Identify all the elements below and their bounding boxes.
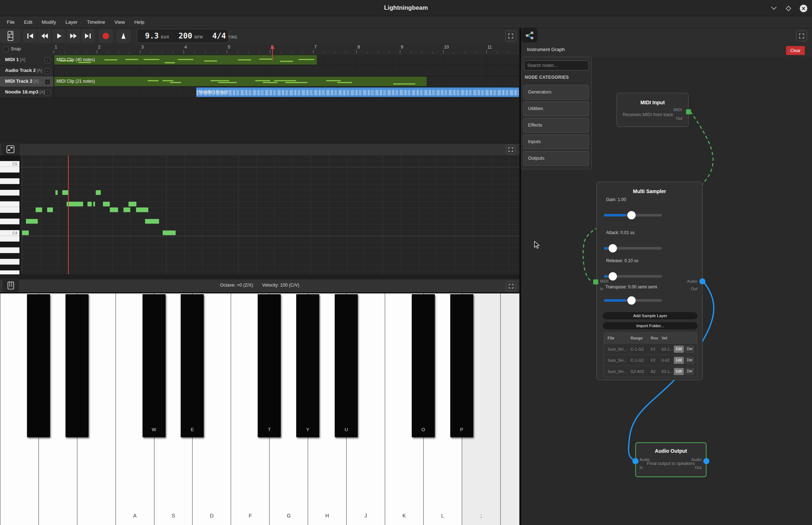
play-button[interactable] xyxy=(52,29,66,43)
midi-note[interactable] xyxy=(26,219,38,224)
piano-roll-key[interactable]: C4 xyxy=(0,230,19,236)
menu-item-help[interactable]: Help xyxy=(130,16,149,28)
piano-roll-playhead[interactable] xyxy=(68,155,69,274)
piano-roll-key[interactable] xyxy=(0,173,19,178)
midi-note[interactable] xyxy=(96,190,101,195)
record-button[interactable] xyxy=(99,29,113,43)
piano-roll-key[interactable] xyxy=(0,259,19,265)
black-key[interactable] xyxy=(27,294,50,437)
midi-note[interactable] xyxy=(67,202,83,206)
category-inputs[interactable]: Inputs xyxy=(523,134,589,149)
edit-button[interactable]: Edit xyxy=(674,346,684,353)
midi-note[interactable] xyxy=(145,219,159,224)
slider-knob[interactable] xyxy=(609,272,617,280)
fast-forward-button[interactable] xyxy=(66,29,80,43)
node-graph-canvas[interactable]: NODE CATEGORIES GeneratorsUtilitiesEffec… xyxy=(521,57,812,525)
piano-roll-key[interactable] xyxy=(0,207,19,213)
metronome-button[interactable] xyxy=(116,29,131,43)
white-key[interactable] xyxy=(500,293,519,525)
param-slider[interactable] xyxy=(604,275,662,278)
piano-roll-key[interactable] xyxy=(0,253,19,259)
piano-roll-key[interactable] xyxy=(0,167,19,173)
menu-item-edit[interactable]: Edit xyxy=(19,16,37,28)
del-button[interactable]: Del xyxy=(685,357,694,364)
track-lane[interactable] xyxy=(54,65,519,76)
midi-in-port[interactable] xyxy=(593,279,598,284)
midi-note[interactable] xyxy=(136,207,148,212)
category-effects[interactable]: Effects xyxy=(523,118,589,133)
audio-out-port[interactable] xyxy=(699,278,705,284)
black-key-Y[interactable]: Y xyxy=(296,294,319,437)
del-button[interactable]: Del xyxy=(685,346,694,353)
black-key-W[interactable]: W xyxy=(143,294,166,437)
clip-audio[interactable]: Noodle 18.mp3 xyxy=(196,87,519,97)
piano-roll[interactable]: C5C4 xyxy=(0,155,519,274)
piano-roll-key[interactable] xyxy=(0,196,19,201)
midi-note[interactable] xyxy=(55,190,58,195)
edit-button[interactable]: Edit xyxy=(674,357,684,364)
category-outputs[interactable]: Outputs xyxy=(523,151,589,166)
piano-roll-key[interactable] xyxy=(0,201,19,207)
piano-roll-key[interactable] xyxy=(0,270,19,274)
piano-roll-key[interactable] xyxy=(0,178,19,184)
piano-roll-key[interactable] xyxy=(0,236,19,242)
menu-item-file[interactable]: File xyxy=(2,16,19,28)
piano-roll-key[interactable] xyxy=(0,247,19,253)
snap-checkbox[interactable] xyxy=(3,46,9,52)
track-header-audio-track-2[interactable]: Audio Track 2[A]- xyxy=(0,65,53,76)
midi-note[interactable] xyxy=(103,202,110,206)
node-audio-output[interactable]: Audio Output Audio In Final output to sp… xyxy=(635,442,707,477)
film-reel-icon[interactable] xyxy=(0,29,21,43)
piano-roll-key[interactable] xyxy=(0,213,19,219)
clip-midi[interactable]: MIDI Clip (21 notes) xyxy=(54,77,427,86)
piano-roll-key-strip[interactable]: C5C4 xyxy=(0,155,21,274)
piano-roll-key[interactable] xyxy=(0,219,19,224)
keyboard-expand-icon[interactable] xyxy=(506,281,516,291)
piano-roll-key[interactable] xyxy=(0,242,19,247)
window-minimize-chevron-icon[interactable] xyxy=(771,6,777,11)
skip-start-button[interactable] xyxy=(23,29,37,43)
midi-note[interactable] xyxy=(47,207,53,212)
piano-roll-key[interactable]: C5 xyxy=(0,161,19,167)
midi-note[interactable] xyxy=(22,230,29,235)
black-key-P[interactable]: P xyxy=(450,294,473,437)
black-key-E[interactable]: E xyxy=(181,294,204,437)
track-lane[interactable]: Noodle 18.mp3 xyxy=(54,87,519,98)
midi-note[interactable] xyxy=(128,202,136,206)
import-folder-button[interactable]: Import Folder... xyxy=(603,322,698,329)
midi-note[interactable] xyxy=(93,202,95,206)
piano-roll-expand-icon[interactable] xyxy=(506,145,515,154)
node-graph-icon[interactable] xyxy=(522,28,537,42)
track-minus-button[interactable]: - xyxy=(45,58,50,63)
rewind-button[interactable] xyxy=(37,29,51,43)
midi-note[interactable] xyxy=(163,230,176,235)
clip-midi[interactable]: MIDI Clip (40 notes) xyxy=(54,55,317,65)
track-lane[interactable]: MIDI Clip (40 notes) xyxy=(54,55,519,65)
menu-item-modify[interactable]: Modify xyxy=(37,16,61,28)
param-slider[interactable] xyxy=(604,247,662,250)
timeline-empty-area[interactable] xyxy=(0,98,519,143)
midi-note[interactable] xyxy=(123,207,130,212)
track-header-noodle-18-mp3[interactable]: Noodle 18.mp3[A]- xyxy=(0,87,53,98)
midi-note[interactable] xyxy=(110,207,118,212)
black-key[interactable] xyxy=(66,294,89,437)
timeline-playhead[interactable] xyxy=(270,45,275,60)
node-midi-input[interactable]: MIDI Input Receives MIDI from track MIDI… xyxy=(617,93,689,127)
transpose-slider[interactable] xyxy=(604,299,662,302)
track-lane[interactable]: MIDI Clip (21 notes) xyxy=(54,76,519,87)
audio-out-port[interactable] xyxy=(703,458,709,464)
black-key-T[interactable]: T xyxy=(258,294,281,437)
slider-knob[interactable] xyxy=(609,244,617,252)
clear-button[interactable]: Clear xyxy=(786,46,805,55)
del-button[interactable]: Del xyxy=(685,368,694,375)
timeline-expand-icon[interactable] xyxy=(505,31,516,41)
tempo-display[interactable]: 9.3BAR200BPM4/4TIME xyxy=(137,29,229,43)
node-multi-sampler[interactable]: Multi Sampler Gain: 1.00Attack: 0.01 ssR… xyxy=(596,182,703,380)
add-sample-layer-button[interactable]: Add Sample Layer xyxy=(603,312,698,319)
menu-item-timeline[interactable]: Timeline xyxy=(82,16,110,28)
midi-note[interactable] xyxy=(36,207,42,212)
midi-note[interactable] xyxy=(62,190,68,195)
category-utilities[interactable]: Utilities xyxy=(523,101,589,116)
black-key-U[interactable]: U xyxy=(335,294,358,437)
category-generators[interactable]: Generators xyxy=(523,85,589,100)
